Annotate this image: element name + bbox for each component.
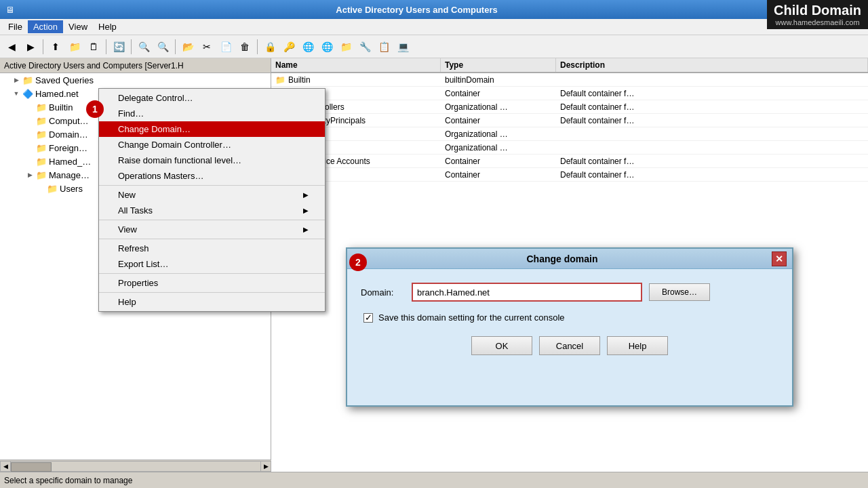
scroll-right-button[interactable]: ▶ [260,461,271,472]
globe2-button[interactable]: 🌐 [318,38,336,56]
menu-bar: File Action View Help [0,19,868,35]
dialog-buttons: OK Cancel Help [361,336,778,355]
list-item[interactable]: Container Default container f… [271,168,868,182]
list-item[interactable]: 📁…in Controllers Organizational … Defaul… [271,100,868,114]
ctx-help-label: Help [118,297,136,307]
ctx-ops-masters[interactable]: Operations Masters… [99,168,325,184]
lock-button[interactable]: 🔒 [261,38,279,56]
scroll-thumb[interactable] [11,462,52,472]
title-bar: 🖥 Active Directory Users and Computers ─… [0,0,868,19]
list-item[interactable]: 📁…d_IT2 Organizational … [271,141,868,155]
tree-label-computers: Comput… [49,116,89,126]
toggle-saved-queries[interactable]: ▶ [11,75,22,85]
tree-item-saved-queries[interactable]: ▶ 📁 Saved Queries [0,73,271,87]
status-bar: Select a specific domain to manage [0,472,868,488]
tree-root-label: Active Directory Users and Computers [Se… [4,61,184,70]
toggle-managed[interactable]: ▶ [24,169,35,180]
ctx-all-tasks[interactable]: All Tasks ▶ [99,203,325,218]
watermark-url: www.hamedesmaeili.com [774,18,861,26]
list-item[interactable]: 📁Builtin builtinDomain [271,73,868,87]
ctx-raise-functional[interactable]: Raise domain functional level… [99,152,325,168]
toolbar-sep-2 [106,39,106,54]
scroll-track[interactable] [11,461,260,472]
ctx-find[interactable]: Find… [99,106,325,121]
cell-type-it: Organizational … [441,129,556,139]
list-item[interactable]: 📁…d_IT Organizational … [271,127,868,141]
step2-indicator: 2 [349,253,367,271]
ctx-sep-2 [99,220,325,220]
list-item[interactable]: 📁…ed Service Accounts Container Default … [271,155,868,168]
list-header: Name Type Description [271,58,868,73]
key-button[interactable]: 🔑 [280,38,298,56]
col-type[interactable]: Type [441,58,556,72]
back-button[interactable]: ◀ [3,38,20,56]
toolbar-sep-5 [257,39,258,54]
menu-file[interactable]: File [3,20,28,33]
ctx-new[interactable]: New ▶ [99,187,325,203]
dialog-body: Domain: Browse… ✓ Save this domain setti… [347,269,792,362]
col-desc[interactable]: Description [556,58,868,72]
up-button[interactable]: ⬆ [47,38,64,56]
toolbar-sep-4 [175,39,176,54]
ok-button[interactable]: OK [471,336,532,355]
ctx-properties[interactable]: Properties [99,275,325,291]
ctx-view[interactable]: View ▶ [99,222,325,237]
cut-button[interactable]: ✂ [198,38,216,56]
help-button[interactable]: Help [607,336,668,355]
window-title: Active Directory Users and Computers [14,5,819,15]
scroll-left-button[interactable]: ◀ [0,461,11,472]
ctx-change-domain[interactable]: Change Domain… [99,121,325,137]
ctx-refresh[interactable]: Refresh [99,241,325,256]
forward-button[interactable]: ▶ [22,38,39,56]
toggle-builtin [24,102,35,113]
ctx-sep-1 [99,185,325,186]
cell-type-builtin: builtinDomain [441,75,556,85]
scroll-area: ◀ ▶ [0,460,271,472]
change-domain-dialog: Change domain ✕ Domain: Browse… ✓ Save t… [346,247,793,407]
folder-button[interactable]: 📁 [66,38,83,56]
list-item[interactable]: 📁…uters Container Default container f… [271,87,868,100]
ctx-delegate-label: Delegate Control… [118,93,193,103]
globe-button[interactable]: 🌐 [299,38,317,56]
checkmark-icon: ✓ [365,312,372,323]
search2-button[interactable]: 🔍 [154,38,172,56]
status-text: Select a specific domain to manage [4,476,132,485]
ctx-change-dc[interactable]: Change Domain Controller… [99,137,325,152]
checkbox-row: ✓ Save this domain setting for the curre… [361,312,778,323]
ctx-change-domain-label: Change Domain… [118,124,191,134]
computer-button[interactable]: 💻 [394,38,412,56]
dialog-close-button[interactable]: ✕ [772,251,787,266]
cell-type-msa: Container [441,157,556,166]
toggle-domain [24,129,35,140]
col-name[interactable]: Name [271,58,441,72]
domain-row: Domain: Browse… [361,283,778,302]
delete-button[interactable]: 🗑 [236,38,254,56]
menu-view[interactable]: View [63,20,93,33]
browse-button[interactable]: Browse… [649,283,710,301]
doc-button[interactable]: 🗒 [85,38,102,56]
tree-label-saved-queries: Saved Queries [35,75,94,85]
checkbox-label: Save this domain setting for the current… [378,312,565,323]
ctx-view-arrow: ▶ [303,226,309,233]
settings-button[interactable]: 🔧 [356,38,374,56]
ctx-export-list[interactable]: Export List… [99,256,325,272]
copy-button[interactable]: 📄 [217,38,235,56]
tasks-button[interactable]: 📋 [375,38,393,56]
list-item[interactable]: 📁…nSecurityPrincipals Container Default … [271,114,868,127]
menu-help[interactable]: Help [93,20,122,33]
ctx-delegate-control[interactable]: Delegate Control… [99,90,325,106]
menu-action[interactable]: Action [28,20,63,33]
folder2-button[interactable]: 📂 [179,38,197,56]
cell-type-fsp: Container [441,116,556,125]
folder3-button[interactable]: 📁 [337,38,355,56]
cell-desc-computers: Default container f… [556,89,868,98]
domain-input[interactable] [412,283,642,302]
refresh-button[interactable]: 🔄 [110,38,127,56]
cancel-button[interactable]: Cancel [539,336,600,355]
search-button[interactable]: 🔍 [135,38,153,56]
save-checkbox[interactable]: ✓ [363,313,373,323]
ctx-sep-5 [99,292,325,293]
folder-icon-managed: 📁 [35,169,47,180]
ctx-help[interactable]: Help [99,294,325,310]
toggle-hamed-net[interactable]: ▼ [11,88,22,99]
